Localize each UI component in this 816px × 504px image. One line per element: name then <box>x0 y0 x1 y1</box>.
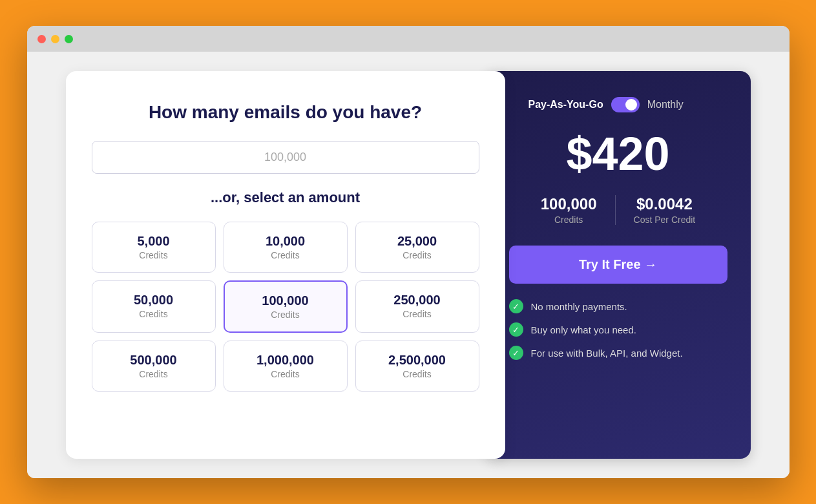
credits-grid: 5,000 Credits 10,000 Credits 25,000 Cred… <box>92 222 479 392</box>
feature-item-1: ✓ No monthly payments. <box>509 299 727 313</box>
titlebar <box>27 26 790 52</box>
email-count-input[interactable] <box>92 141 479 174</box>
feature-text-3: For use with Bulk, API, and Widget. <box>531 348 683 359</box>
credit-option-100000[interactable]: 100,000 Credits <box>224 280 348 333</box>
monthly-label: Monthly <box>647 99 684 110</box>
browser-window: How many emails do you have? ...or, sele… <box>27 26 790 478</box>
or-select-text: ...or, select an amount <box>92 189 479 206</box>
browser-content: How many emails do you have? ...or, sele… <box>27 52 790 478</box>
right-card: Pay-As-You-Go Monthly $420 100,000 Credi… <box>486 71 751 459</box>
feature-item-2: ✓ Buy only what you need. <box>509 322 727 337</box>
feature-item-3: ✓ For use with Bulk, API, and Widget. <box>509 346 727 360</box>
check-icon-2: ✓ <box>509 322 523 337</box>
cost-value: $0.0042 <box>634 195 696 213</box>
feature-text-1: No monthly payments. <box>531 301 627 312</box>
credits-value: 100,000 <box>541 195 597 213</box>
check-icon-1: ✓ <box>509 299 523 313</box>
maximize-button[interactable] <box>65 35 73 43</box>
billing-toggle-switch[interactable] <box>611 97 640 112</box>
cost-label: Cost Per Credit <box>634 215 696 225</box>
feature-list: ✓ No monthly payments. ✓ Buy only what y… <box>509 299 727 360</box>
credits-label: Credits <box>541 215 597 225</box>
credit-option-250000[interactable]: 250,000 Credits <box>355 280 479 333</box>
credit-option-50000[interactable]: 50,000 Credits <box>92 280 216 333</box>
credits-detail: 100,000 Credits <box>523 195 616 225</box>
minimize-button[interactable] <box>51 35 59 43</box>
credit-option-500000[interactable]: 500,000 Credits <box>92 341 216 392</box>
try-free-button[interactable]: Try It Free → <box>509 246 727 284</box>
billing-toggle: Pay-As-You-Go Monthly <box>509 97 727 112</box>
price-display: $420 <box>509 131 727 177</box>
credit-option-25000[interactable]: 25,000 Credits <box>355 222 479 273</box>
price-details: 100,000 Credits $0.0042 Cost Per Credit <box>509 195 727 225</box>
cost-per-credit-detail: $0.0042 Cost Per Credit <box>616 195 714 225</box>
main-container: How many emails do you have? ...or, sele… <box>66 71 751 459</box>
close-button[interactable] <box>37 35 46 43</box>
pay-as-you-go-label: Pay-As-You-Go <box>528 99 603 110</box>
feature-text-2: Buy only what you need. <box>531 324 636 335</box>
heading: How many emails do you have? <box>92 102 479 123</box>
check-icon-3: ✓ <box>509 346 523 360</box>
credit-option-10000[interactable]: 10,000 Credits <box>224 222 348 273</box>
price-value: $420 <box>566 128 669 180</box>
credit-option-1000000[interactable]: 1,000,000 Credits <box>224 341 348 392</box>
credit-option-2500000[interactable]: 2,500,000 Credits <box>355 341 479 392</box>
left-card: How many emails do you have? ...or, sele… <box>66 71 505 459</box>
credit-option-5000[interactable]: 5,000 Credits <box>92 222 216 273</box>
toggle-thumb <box>625 99 637 110</box>
